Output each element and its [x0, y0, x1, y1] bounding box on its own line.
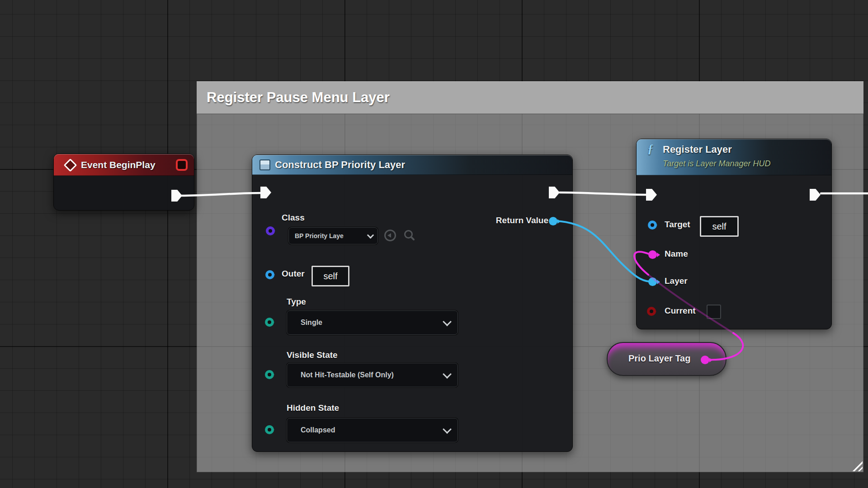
current-pin-label: Current [665, 306, 696, 316]
hidden-state-dropdown-value: Collapsed [301, 426, 335, 434]
comment-title: Register Pause Menu Layer [197, 81, 863, 114]
outer-pin[interactable] [265, 270, 274, 279]
class-dropdown-value: BP Priority Laye [295, 232, 344, 239]
visible-state-pin-label: Visible State [287, 350, 338, 360]
node-prio-layer-tag[interactable]: Prio Layer Tag [607, 342, 726, 376]
chevron-down-icon [443, 425, 452, 434]
class-pin[interactable] [266, 226, 275, 235]
current-pin[interactable] [647, 307, 656, 316]
type-dropdown-value: Single [301, 319, 322, 327]
type-dropdown[interactable]: Single [287, 310, 458, 335]
exec-in-pin[interactable] [260, 187, 271, 198]
outer-self-value[interactable]: self [311, 266, 349, 286]
chevron-down-icon [443, 370, 452, 379]
visible-state-dropdown-value: Not Hit-Testable (Self Only) [301, 371, 394, 379]
chevron-down-icon [443, 317, 452, 326]
exec-out-pin[interactable] [549, 187, 560, 198]
name-pin-label: Name [665, 249, 688, 259]
browse-asset-icon[interactable] [403, 229, 416, 242]
class-pin-label: Class [282, 213, 305, 223]
node-event-beginplay-header[interactable]: Event BeginPlay [54, 154, 194, 176]
outer-self-text: self [323, 271, 337, 282]
exec-out-pin[interactable] [171, 190, 182, 202]
blueprint-graph-canvas[interactable]: Register Pause Menu Layer Event BeginPla… [0, 0, 868, 488]
node-register-layer-header[interactable]: ƒ Register Layer Target is Layer Manager… [637, 139, 831, 175]
target-self-value[interactable]: self [700, 216, 739, 237]
event-diamond-icon [64, 159, 77, 172]
node-event-beginplay[interactable]: Event BeginPlay [53, 154, 194, 211]
comment-header[interactable]: Register Pause Menu Layer [197, 81, 863, 114]
type-pin-label: Type [287, 297, 306, 307]
event-badge-icon [176, 159, 188, 171]
node-title: Event BeginPlay [81, 154, 156, 176]
exec-out-pin[interactable] [810, 189, 821, 201]
hidden-state-pin[interactable] [265, 425, 274, 434]
node-construct-bp-priority-layer[interactable]: Construct BP Priority Layer Class BP Pri… [252, 155, 573, 452]
chevron-down-icon [367, 232, 374, 239]
visible-state-dropdown[interactable]: Not Hit-Testable (Self Only) [287, 363, 458, 387]
name-pin[interactable] [648, 250, 657, 259]
current-checkbox[interactable] [707, 305, 721, 319]
variable-title: Prio Layer Tag [628, 353, 690, 364]
function-icon: ƒ [647, 142, 654, 156]
node-construct-header[interactable]: Construct BP Priority Layer [252, 155, 572, 175]
class-dropdown[interactable]: BP Priority Laye [288, 227, 378, 244]
use-selected-asset-icon[interactable] [384, 230, 396, 241]
hidden-state-pin-label: Hidden State [287, 403, 339, 413]
hidden-state-dropdown[interactable]: Collapsed [287, 418, 458, 442]
return-value-pin-label: Return Value [496, 216, 548, 225]
node-register-layer[interactable]: ƒ Register Layer Target is Layer Manager… [636, 139, 832, 329]
layer-pin-label: Layer [665, 276, 688, 286]
exec-in-pin[interactable] [646, 189, 657, 201]
target-pin-label: Target [665, 220, 690, 230]
node-subtitle: Target is Layer Manager HUD [663, 159, 770, 169]
target-pin[interactable] [648, 221, 657, 230]
node-title: Register Layer [663, 144, 732, 155]
return-value-pin[interactable] [549, 217, 557, 225]
outer-pin-label: Outer [282, 269, 305, 279]
layer-pin[interactable] [648, 277, 657, 286]
construct-icon [259, 160, 270, 170]
node-title: Construct BP Priority Layer [275, 155, 405, 175]
visible-state-pin[interactable] [265, 370, 274, 379]
type-pin[interactable] [265, 318, 274, 327]
target-self-text: self [712, 221, 726, 232]
prio-layer-tag-out-pin[interactable] [701, 356, 709, 364]
